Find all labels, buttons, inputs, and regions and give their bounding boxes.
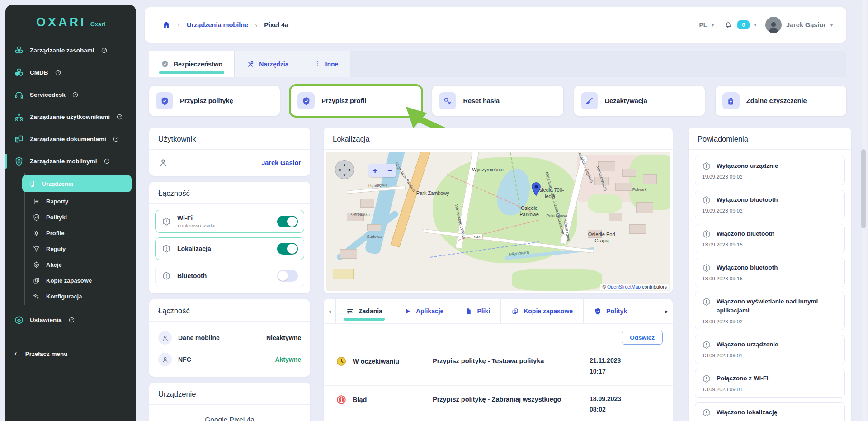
person-icon-chip (158, 353, 172, 366)
scrollbar-thumb[interactable] (861, 149, 866, 228)
refresh-button[interactable]: Odśwież (622, 331, 663, 345)
sidebar-sub-konfiguracja[interactable]: Konfiguracja (25, 289, 132, 304)
gauge-icon (101, 47, 108, 54)
action-przypisz-polityke[interactable]: Przypisz politykę (149, 86, 280, 116)
tab-kopie-zapasowe[interactable]: Kopie zapasowe (500, 299, 583, 323)
map-label: Osiedle Parkowe (511, 205, 548, 218)
tab-narzedzia[interactable]: Narzędzia (235, 51, 301, 77)
user-menu[interactable]: Jarek Gąsior (786, 21, 826, 28)
sidebar-item-cmdb[interactable]: CMDB (5, 61, 136, 84)
action-zdalne-czyszczenie[interactable]: Zdalne czyszczenie (716, 86, 846, 116)
chevron-down-icon[interactable]: ▾ (754, 23, 756, 28)
sidebar-collapse-button[interactable]: ‹ Przełącz menu (5, 344, 136, 364)
tab-aplikacje[interactable]: Aplikacje (393, 299, 454, 323)
sidebar-module-label: CMDB (30, 69, 48, 76)
tab-label: Narzędzia (259, 61, 288, 68)
sidebar-sub-akcje[interactable]: Akcje (25, 257, 132, 273)
sidebar-item-servicedesk[interactable]: Servicedesk (5, 84, 136, 106)
sidebar-sub-kopie-zapasowe[interactable]: Kopie zapasowe (25, 273, 132, 289)
notification-card[interactable]: Włączono urządzenie 13.09.2023 09:01 (695, 335, 845, 364)
documents-icon (14, 134, 24, 144)
map-location-pin[interactable] (531, 182, 542, 196)
map-label: Handlowa (368, 182, 387, 188)
scrollbar-track[interactable] (862, 0, 867, 421)
map-attribution: © OpenStreetMap contributors (600, 284, 669, 290)
toggle-switch[interactable] (277, 270, 298, 282)
home-icon[interactable] (162, 20, 171, 29)
action-dezaktywacja[interactable]: Dezaktywacja (574, 86, 705, 116)
tab-polityki[interactable]: Polityk (583, 299, 633, 323)
notification-card[interactable]: Włączono lokalizację 13.09.2023 09:01 (695, 402, 845, 421)
tab-zadania[interactable]: Zadania (335, 299, 393, 323)
logo[interactable]: OXARI Oxari (5, 15, 136, 29)
pan-right-icon[interactable]: ▶ (349, 168, 351, 172)
location-panel: Lokalizacja (324, 128, 673, 293)
map-canvas[interactable]: WyszymieściePark ZamkowyHandlowaAleja Ja… (326, 152, 670, 291)
chevron-down-icon[interactable]: ▾ (712, 23, 714, 28)
map-pan-control[interactable]: ▲ ▼ ◀ ▶ (335, 160, 354, 179)
sidebar-sub-raporty[interactable]: Raporty (25, 194, 132, 209)
sidebar-module-label: Zarządzanie dokumentami (30, 136, 106, 142)
tab-pliki[interactable]: Pliki (454, 299, 500, 323)
sidebar-item-zarzadzanie-mobilnymi[interactable]: Zarządzanie mobilnymi (5, 150, 136, 172)
notification-card[interactable]: Wyłączono bluetooth 19.09.2023 09:02 (695, 190, 845, 219)
gauge-icon (116, 114, 123, 120)
notification-count-badge[interactable]: 0 (737, 20, 750, 29)
toggle-labels: Lokalizacja (177, 245, 271, 252)
openstreetmap-link[interactable]: OpenStreetMap (607, 284, 641, 289)
detail-tabs-list: Zadania Aplikacje Pliki Kopie zapasowe P… (335, 299, 633, 323)
device-details-panel: ◂ Zadania Aplikacje Pliki Kopie zapasowe… (324, 299, 673, 421)
tab-inne[interactable]: Inne (301, 51, 351, 77)
toggle-label: Wi-Fi (177, 214, 271, 222)
breadcrumb-current-pixel-4a[interactable]: Pixel 4a (264, 21, 288, 28)
map-label: Osiedle Pod Grapą (583, 232, 620, 245)
hexagon-alert-icon (702, 195, 711, 205)
task-status-label: W oczekiwaniu (353, 358, 399, 365)
language-selector[interactable]: PL (699, 21, 707, 28)
sidebar-item-zarzadzanie-uzytkownikami[interactable]: Zarządzanie użytkownikami (5, 106, 136, 128)
sidebar-sub-polityki[interactable]: Polityki (25, 209, 132, 225)
pan-up-icon[interactable]: ▲ (343, 162, 346, 166)
tabs-scroll-right-icon[interactable]: ▸ (661, 299, 673, 323)
map-label: Folwark (632, 187, 647, 192)
gauge-icon (113, 136, 119, 142)
bell-icon[interactable] (724, 20, 733, 29)
sidebar-sub-reguly[interactable]: Reguły (25, 241, 132, 257)
shield-check-icon (33, 213, 40, 221)
action-przypisz-profil[interactable]: Przypisz profil (291, 86, 421, 116)
toggle-switch[interactable] (277, 216, 298, 227)
sidebar-item-zarzadzanie-zasobami[interactable]: Zarządzanie zasobami (5, 39, 136, 61)
pan-left-icon[interactable]: ◀ (338, 168, 340, 172)
avatar[interactable] (765, 17, 782, 33)
tab-bezpieczenstwo[interactable]: Bezpieczeństwo (149, 51, 235, 77)
notifications-panel: Powiadomienia Wyłączono urządznie 19.09.… (689, 128, 851, 421)
breadcrumb-link-urzadzenia-mobilne[interactable]: Urządzenia mobilne (187, 21, 248, 28)
avatar-person-icon (767, 20, 780, 33)
notification-card[interactable]: Wyłączono urządznie 19.09.2023 09:02 (695, 156, 845, 185)
sidebar-sub-urzadzenia[interactable]: Urządzenia (22, 175, 132, 192)
device-actions: Przypisz politykę Przypisz profil Reset … (149, 86, 846, 116)
sidebar-module-label: Zarządzanie użytkownikami (30, 114, 110, 120)
location-toggle-row: Lokalizacja (155, 237, 304, 260)
pan-down-icon[interactable]: ▼ (343, 173, 346, 177)
action-reset-hasla[interactable]: Reset hasła (432, 86, 563, 116)
person-icon (158, 158, 168, 168)
zoom-out-button[interactable]: − (387, 166, 392, 175)
sidebar-sub-profile[interactable]: Profile (25, 225, 132, 241)
sidebar-item-ustawienia[interactable]: Ustawienia (5, 309, 136, 331)
tabs-scroll-left-icon[interactable]: ◂ (324, 299, 335, 323)
notification-title: Wyłączono bluetooth (717, 195, 778, 204)
notification-card[interactable]: Włączono bluetooth 13.09.2023 09:15 (695, 224, 845, 253)
notification-card[interactable]: Włączono wyświetlanie nad innymi aplikac… (695, 292, 845, 330)
chevron-down-icon[interactable]: ▾ (830, 23, 833, 28)
sidebar-subitem-label: Konfiguracja (46, 293, 82, 300)
map-label: Aleja Marszałka Józefa Piłsudskiego (544, 171, 566, 236)
sidebar-modules: Zarządzanie zasobami CMDB Servicedesk Za… (5, 39, 136, 172)
toggle-switch[interactable] (277, 243, 298, 255)
notification-card[interactable]: Połączono z Wi-Fi 13.09.2023 09:01 (695, 369, 845, 398)
user-link[interactable]: Jarek Gąsior (261, 159, 301, 166)
notification-date: 19.09.2023 09:02 (702, 208, 838, 213)
notification-card[interactable]: Wyłączono bluetooth 13.09.2023 09:15 (695, 258, 845, 287)
sidebar-item-zarzadzanie-dokumentami[interactable]: Zarządzanie dokumentami (5, 128, 136, 150)
zoom-in-button[interactable]: + (373, 166, 377, 175)
